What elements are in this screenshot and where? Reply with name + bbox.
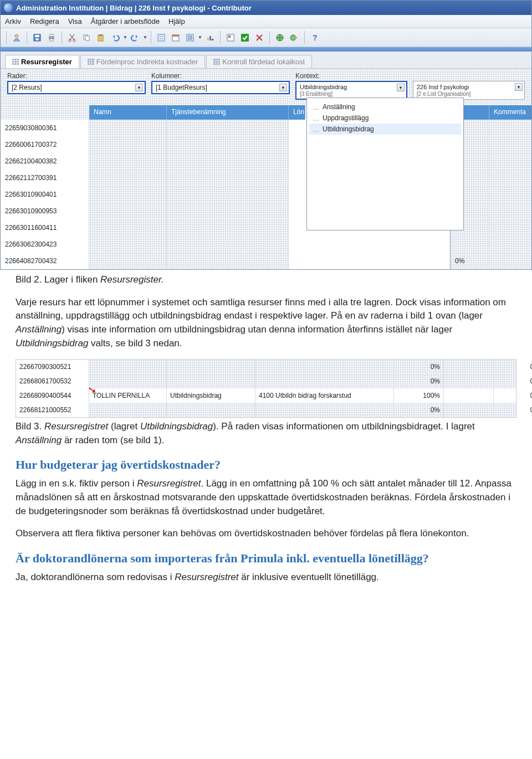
tab-fordelnproc[interactable]: Fördelnproc Indirekta kostnader (80, 55, 206, 68)
cell-name (89, 403, 167, 417)
user-icon[interactable] (10, 31, 23, 44)
chevron-down-icon[interactable]: ▼ (279, 84, 287, 91)
cols-value: [1 BudgetResurs] (156, 84, 207, 91)
menu-visa[interactable]: Visa (68, 17, 82, 25)
cell-p2 (444, 388, 494, 403)
svg-rect-20 (212, 39, 213, 40)
cut-icon[interactable] (65, 31, 79, 44)
svg-rect-5 (50, 34, 53, 37)
cell-desc: 4100 Utbildn bidrag forskarstud (255, 388, 394, 403)
x-mark-icon[interactable] (253, 31, 266, 44)
grid-col-id[interactable] (1, 105, 89, 120)
screenshot-2: 226670903005210%0%226680617005320%0%2266… (16, 359, 516, 418)
copy-icon[interactable] (80, 31, 93, 44)
menu-redigera[interactable]: Redigera (30, 17, 59, 25)
cell-blank (289, 253, 451, 269)
cell-id: 22660061700372 (1, 136, 89, 153)
svg-rect-3 (35, 38, 39, 40)
menu-arkiv[interactable]: Arkiv (5, 17, 21, 25)
redo-icon[interactable] (129, 31, 142, 44)
cell-tjanste (167, 186, 289, 203)
nested-box-icon[interactable] (183, 31, 197, 44)
print-icon[interactable] (45, 31, 58, 44)
paste-icon[interactable] (94, 31, 108, 44)
cell-type (167, 360, 255, 374)
dropdown-item[interactable]: Uppdragstillägg (309, 112, 461, 124)
ctx1-value: Utbildningsbidrag [3 Ersättning] (300, 84, 347, 96)
cell-type (167, 403, 255, 417)
table-row[interactable]: 226681210005520%0% (16, 403, 516, 417)
chevron-down-icon[interactable]: ▼ (515, 83, 523, 91)
tab-kontroll[interactable]: Kontroll fördelad lokalkost (206, 55, 312, 68)
context-dropdown[interactable]: Anställning Uppdragstillägg Utbildningsb… (306, 98, 464, 230)
chart-icon[interactable] (203, 31, 217, 44)
cell-p3: 0% (494, 388, 532, 403)
chevron-down-icon[interactable]: ▼ (397, 84, 405, 91)
svg-point-24 (290, 35, 296, 40)
svg-text:?: ? (313, 33, 318, 42)
cell-desc (255, 360, 394, 374)
nested-box-dropdown-icon[interactable]: ▼ (198, 35, 202, 40)
svg-rect-2 (35, 35, 39, 37)
grid-col-tjanste[interactable]: Tjänstebenämning (167, 105, 289, 120)
chevron-down-icon[interactable]: ▼ (135, 84, 143, 91)
table-row[interactable]: 226640827004320% (1, 253, 531, 269)
cols-box[interactable]: [1 BudgetResurs] ▼ (151, 81, 290, 94)
globe-arrow-icon[interactable] (288, 31, 301, 44)
tab-resursregister[interactable]: Resursregister (5, 55, 79, 68)
cell-p1: 0% (394, 403, 444, 417)
dropdown-item[interactable]: Utbildningsbidrag (309, 124, 461, 135)
cell-name: TOLLIN PERNILLA (89, 388, 167, 403)
redo-dropdown-icon[interactable]: ▼ (143, 35, 147, 40)
cell-id: 22663011600411 (1, 219, 89, 236)
cell-pct: 0% (451, 253, 489, 269)
cell-type (167, 374, 255, 388)
cols-selector: Kolumner: [1 BudgetResurs] ▼ (151, 72, 290, 100)
help-icon[interactable]: ? (308, 31, 321, 44)
grid-col-lon[interactable]: Lön (289, 105, 305, 120)
cell-namn (89, 236, 167, 253)
cell-tjanste (167, 153, 289, 170)
cell-tjanste (167, 219, 289, 236)
cell-p2 (444, 403, 494, 417)
rows-box[interactable]: [2 Resurs] ▼ (7, 81, 146, 94)
cell-desc (255, 374, 394, 388)
table-row[interactable]: 226670903005210%0% (16, 360, 516, 374)
cell-namn (89, 203, 167, 219)
table-x-icon[interactable] (224, 31, 237, 44)
svg-rect-6 (50, 39, 53, 41)
dropdown-item[interactable]: Anställning (309, 101, 461, 112)
save-icon[interactable] (30, 31, 44, 44)
tab-strip: Resursregister Fördelnproc Indirekta kos… (1, 52, 531, 69)
tab-label: Kontroll fördelad lokalkost (222, 58, 305, 66)
globe-icon[interactable] (273, 31, 287, 44)
cell-id: 22663010900401 (1, 186, 89, 203)
ctx2-box[interactable]: 226 Inst f psykologi [2 e.List Organisat… (413, 81, 525, 100)
grid-col-komment[interactable]: Kommenta (489, 105, 532, 120)
table-row[interactable]: 22663062300423 (1, 236, 531, 253)
cell-p3: 0% (494, 360, 532, 374)
menu-atgarder[interactable]: Åtgärder i arbetsflöde (91, 17, 160, 25)
svg-rect-15 (172, 35, 179, 37)
cell-komment (489, 186, 532, 203)
svg-rect-13 (158, 34, 165, 41)
grid-icon (12, 59, 19, 65)
cell-p3: 0% (494, 374, 532, 388)
cell-tjanste (167, 236, 289, 253)
undo-dropdown-icon[interactable]: ▼ (123, 35, 127, 40)
cell-namn (89, 219, 167, 236)
svg-rect-22 (241, 34, 249, 42)
cell-id: 22663062300423 (1, 236, 89, 253)
check-icon[interactable] (238, 31, 252, 44)
grid-col-namn[interactable]: Namn (89, 105, 167, 120)
menu-hjalp[interactable]: Hjälp (168, 17, 185, 25)
grid-calendar-icon[interactable] (169, 31, 182, 44)
undo-icon[interactable] (109, 31, 122, 44)
cell-id: 22668090400544 (16, 388, 89, 403)
cell-id: 22668121000552 (16, 403, 89, 417)
grid-icon (88, 59, 94, 65)
ctx1-box[interactable]: Utbildningsbidrag [3 Ersättning] ▼ (295, 81, 407, 100)
paragraph-observera: Observera att flera fiktiva personer kan… (16, 527, 516, 541)
cell-id: 22668061700532 (16, 374, 89, 388)
grid1-icon[interactable] (155, 31, 168, 44)
